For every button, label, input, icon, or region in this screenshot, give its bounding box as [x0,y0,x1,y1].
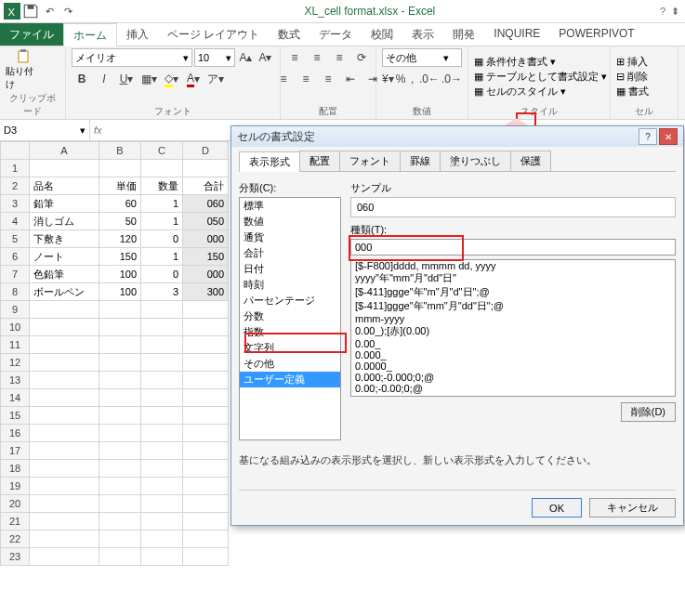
redo-icon[interactable]: ↷ [59,3,76,20]
category-item[interactable]: 数値 [240,214,340,229]
name-box[interactable]: D3▾ [0,120,90,140]
tab-file[interactable]: ファイル [0,23,63,46]
dtab-font[interactable]: フォント [339,151,401,171]
align-top-icon[interactable]: ≡ [284,48,305,67]
fx-icon: fx [94,125,102,136]
group-number: 数値 [382,104,462,119]
align-center-icon[interactable]: ≡ [296,70,316,88]
category-label: 分類(C): [239,181,341,195]
group-styles: スタイル [474,104,604,119]
category-item[interactable]: 通貨 [240,229,340,245]
increase-font-icon[interactable]: A▴ [237,48,255,67]
conditional-format-button[interactable]: ▦ 条件付き書式 ▾ [474,55,607,69]
bold-button[interactable]: B [72,70,92,88]
tab-insert[interactable]: 挿入 [117,23,158,46]
format-item[interactable]: 0.0000_ [351,360,675,372]
category-item[interactable]: 時刻 [240,277,340,293]
number-format-combo[interactable]: ▾ [382,48,462,67]
format-item[interactable]: [$-411]ggge"年"mm"月"dd"日";@ [351,299,675,313]
save-icon[interactable] [22,3,39,20]
dialog-titlebar[interactable]: セルの書式設定 ? ✕ [231,126,683,147]
align-mid-icon[interactable]: ≡ [307,48,327,67]
percent-icon[interactable]: % [396,70,406,88]
dec-decimal-icon[interactable]: .0→ [441,70,462,88]
category-item[interactable]: ユーザー定義 [240,372,340,387]
format-item[interactable]: yyyy"年"mm"月"dd"日" [351,271,675,285]
underline-button[interactable]: U▾ [116,70,137,88]
dtab-border[interactable]: 罫線 [400,151,441,171]
help-icon[interactable]: ? [660,6,665,18]
insert-cells-button[interactable]: ⊞ 挿入 [616,55,649,69]
phonetic-button[interactable]: ア▾ [205,70,226,88]
dtab-align[interactable]: 配置 [299,151,340,171]
undo-icon[interactable]: ↶ [41,3,58,20]
group-cells: セル [616,104,672,119]
indent-dec-icon[interactable]: ⇤ [340,70,361,88]
italic-button[interactable]: I [94,70,114,88]
highlight-user-defined [244,333,347,353]
tab-home[interactable]: ホーム [63,23,117,46]
border-button[interactable]: ▦▾ [138,70,159,88]
ribbon-toggle-icon[interactable]: ⬍ [671,6,679,18]
format-item[interactable]: 0.00;-0.00;0;@ [351,383,675,394]
ok-button[interactable]: OK [532,498,582,518]
cell-styles-button[interactable]: ▦ セルのスタイル ▾ [474,85,607,98]
inc-decimal-icon[interactable]: .0← [419,70,440,88]
help-button[interactable]: ? [639,128,657,145]
tab-view[interactable]: 表示 [402,23,443,46]
category-item[interactable]: 日付 [240,261,340,277]
delete-button[interactable]: 削除(D) [621,402,676,422]
tab-dev[interactable]: 開発 [443,23,484,46]
category-item[interactable]: パーセンテージ [240,293,340,308]
window-title: XL_cell format.xlsx - Excel [80,5,660,18]
format-item[interactable]: mmm-yyyy [351,313,675,324]
align-left-icon[interactable]: ≡ [273,70,294,88]
format-item[interactable]: [$-411]ggge"年"m"月"d"日";@ [351,285,675,299]
category-item[interactable]: 分数 [240,308,340,324]
tab-review[interactable]: 校閲 [362,23,402,46]
align-right-icon[interactable]: ≡ [318,70,338,88]
tab-layout[interactable]: ページ レイアウト [158,23,269,46]
tab-formula[interactable]: 数式 [269,23,310,46]
comma-icon[interactable]: , [407,70,417,88]
format-listbox[interactable]: [$-F800]dddd, mmmm dd, yyyyyyyy"年"mm"月"d… [350,259,676,397]
dtab-fill[interactable]: 塗りつぶし [440,151,511,171]
ribbon-tabs: ファイル ホーム 挿入 ページ レイアウト 数式 データ 校閲 表示 開発 IN… [0,23,685,46]
tab-inquire[interactable]: INQUIRE [484,23,549,46]
cancel-button[interactable]: キャンセル [589,498,676,518]
font-color-button[interactable]: A▾ [183,70,204,88]
tab-data[interactable]: データ [310,23,362,46]
format-cells-button[interactable]: ▦ 書式 [616,85,649,98]
svg-rect-3 [19,51,28,62]
decrease-font-icon[interactable]: A▾ [257,48,274,67]
excel-icon: X [4,3,20,20]
dtab-number[interactable]: 表示形式 [239,151,300,172]
svg-rect-4 [20,49,26,52]
format-item[interactable]: 0.00_ [351,338,675,349]
format-item[interactable]: [$-F800]dddd, mmmm dd, yyyy [351,260,675,271]
delete-cells-button[interactable]: ⊟ 削除 [616,70,649,84]
category-item[interactable]: その他 [240,356,340,372]
group-align: 配置 [286,104,370,119]
currency-icon[interactable]: ¥▾ [382,70,394,88]
align-bot-icon[interactable]: ≡ [329,48,349,67]
sample-value: 060 [350,197,676,217]
category-item[interactable]: 会計 [240,245,340,261]
format-item[interactable]: 0.000_ [351,349,675,360]
font-size-combo[interactable]: ▾ [194,48,235,67]
font-name-combo[interactable]: ▾ [72,48,192,67]
dtab-protect[interactable]: 保護 [510,151,551,171]
group-clipboard: クリップボード [6,91,59,119]
tab-powerpivot[interactable]: POWERPIVOT [549,23,643,46]
worksheet-grid[interactable]: ABCD 1 2品名単価数量合計 3鉛筆601060 4消しゴム501050 5… [0,141,229,566]
category-listbox[interactable]: 標準数値通貨会計日付時刻パーセンテージ分数指数文字列その他ユーザー定義 [239,197,341,440]
sample-label: サンプル [350,181,676,195]
fill-color-button[interactable]: ◇▾ [161,70,181,88]
category-item[interactable]: 標準 [240,198,340,214]
paste-button[interactable]: 貼り付け [6,49,41,91]
orientation-icon[interactable]: ⟳ [351,48,372,67]
format-item[interactable]: 0.00_);[赤](0.00) [351,324,675,338]
format-item[interactable]: 0.000;-0.000;0;@ [351,372,675,383]
format-as-table-button[interactable]: ▦ テーブルとして書式設定 ▾ [474,70,607,84]
close-button[interactable]: ✕ [659,128,678,145]
